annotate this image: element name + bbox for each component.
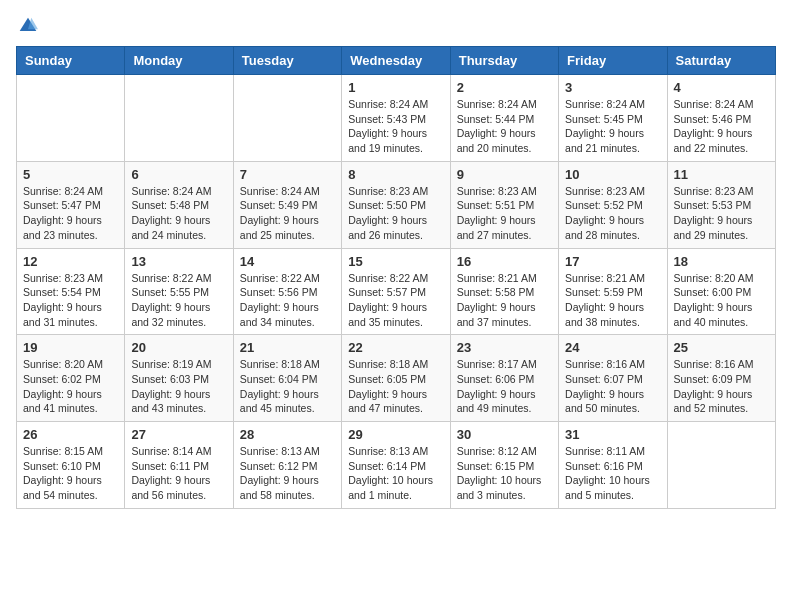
day-number: 27	[131, 427, 226, 442]
calendar-cell: 9Sunrise: 8:23 AM Sunset: 5:51 PM Daylig…	[450, 161, 558, 248]
weekday-header-thursday: Thursday	[450, 47, 558, 75]
day-number: 2	[457, 80, 552, 95]
calendar-cell: 31Sunrise: 8:11 AM Sunset: 6:16 PM Dayli…	[559, 422, 667, 509]
day-number: 26	[23, 427, 118, 442]
calendar-cell: 20Sunrise: 8:19 AM Sunset: 6:03 PM Dayli…	[125, 335, 233, 422]
calendar-cell: 10Sunrise: 8:23 AM Sunset: 5:52 PM Dayli…	[559, 161, 667, 248]
page-header	[16, 16, 776, 36]
day-number: 21	[240, 340, 335, 355]
weekday-header-wednesday: Wednesday	[342, 47, 450, 75]
calendar-cell: 15Sunrise: 8:22 AM Sunset: 5:57 PM Dayli…	[342, 248, 450, 335]
calendar-header: SundayMondayTuesdayWednesdayThursdayFrid…	[17, 47, 776, 75]
day-number: 25	[674, 340, 769, 355]
calendar-cell: 26Sunrise: 8:15 AM Sunset: 6:10 PM Dayli…	[17, 422, 125, 509]
day-info: Sunrise: 8:22 AM Sunset: 5:55 PM Dayligh…	[131, 271, 226, 330]
calendar-cell: 30Sunrise: 8:12 AM Sunset: 6:15 PM Dayli…	[450, 422, 558, 509]
day-number: 31	[565, 427, 660, 442]
calendar-table: SundayMondayTuesdayWednesdayThursdayFrid…	[16, 46, 776, 509]
day-info: Sunrise: 8:23 AM Sunset: 5:51 PM Dayligh…	[457, 184, 552, 243]
day-info: Sunrise: 8:18 AM Sunset: 6:04 PM Dayligh…	[240, 357, 335, 416]
day-info: Sunrise: 8:14 AM Sunset: 6:11 PM Dayligh…	[131, 444, 226, 503]
logo	[16, 16, 38, 36]
calendar-cell	[233, 75, 341, 162]
day-info: Sunrise: 8:24 AM Sunset: 5:46 PM Dayligh…	[674, 97, 769, 156]
day-info: Sunrise: 8:12 AM Sunset: 6:15 PM Dayligh…	[457, 444, 552, 503]
calendar-cell: 5Sunrise: 8:24 AM Sunset: 5:47 PM Daylig…	[17, 161, 125, 248]
day-info: Sunrise: 8:24 AM Sunset: 5:45 PM Dayligh…	[565, 97, 660, 156]
day-info: Sunrise: 8:23 AM Sunset: 5:50 PM Dayligh…	[348, 184, 443, 243]
calendar-cell: 13Sunrise: 8:22 AM Sunset: 5:55 PM Dayli…	[125, 248, 233, 335]
day-info: Sunrise: 8:18 AM Sunset: 6:05 PM Dayligh…	[348, 357, 443, 416]
day-number: 6	[131, 167, 226, 182]
calendar-cell: 18Sunrise: 8:20 AM Sunset: 6:00 PM Dayli…	[667, 248, 775, 335]
calendar-cell: 17Sunrise: 8:21 AM Sunset: 5:59 PM Dayli…	[559, 248, 667, 335]
day-info: Sunrise: 8:17 AM Sunset: 6:06 PM Dayligh…	[457, 357, 552, 416]
day-number: 19	[23, 340, 118, 355]
calendar-cell: 16Sunrise: 8:21 AM Sunset: 5:58 PM Dayli…	[450, 248, 558, 335]
calendar-cell: 25Sunrise: 8:16 AM Sunset: 6:09 PM Dayli…	[667, 335, 775, 422]
day-number: 24	[565, 340, 660, 355]
calendar-cell: 27Sunrise: 8:14 AM Sunset: 6:11 PM Dayli…	[125, 422, 233, 509]
day-info: Sunrise: 8:16 AM Sunset: 6:07 PM Dayligh…	[565, 357, 660, 416]
day-info: Sunrise: 8:20 AM Sunset: 6:02 PM Dayligh…	[23, 357, 118, 416]
day-number: 22	[348, 340, 443, 355]
day-number: 10	[565, 167, 660, 182]
day-number: 11	[674, 167, 769, 182]
day-info: Sunrise: 8:24 AM Sunset: 5:49 PM Dayligh…	[240, 184, 335, 243]
day-number: 1	[348, 80, 443, 95]
day-number: 15	[348, 254, 443, 269]
calendar-cell: 1Sunrise: 8:24 AM Sunset: 5:43 PM Daylig…	[342, 75, 450, 162]
weekday-header-friday: Friday	[559, 47, 667, 75]
day-number: 12	[23, 254, 118, 269]
calendar-cell: 19Sunrise: 8:20 AM Sunset: 6:02 PM Dayli…	[17, 335, 125, 422]
calendar-week-2: 5Sunrise: 8:24 AM Sunset: 5:47 PM Daylig…	[17, 161, 776, 248]
day-info: Sunrise: 8:11 AM Sunset: 6:16 PM Dayligh…	[565, 444, 660, 503]
day-number: 8	[348, 167, 443, 182]
day-info: Sunrise: 8:22 AM Sunset: 5:56 PM Dayligh…	[240, 271, 335, 330]
day-number: 5	[23, 167, 118, 182]
day-info: Sunrise: 8:21 AM Sunset: 5:59 PM Dayligh…	[565, 271, 660, 330]
day-info: Sunrise: 8:13 AM Sunset: 6:12 PM Dayligh…	[240, 444, 335, 503]
day-info: Sunrise: 8:24 AM Sunset: 5:48 PM Dayligh…	[131, 184, 226, 243]
day-info: Sunrise: 8:24 AM Sunset: 5:47 PM Dayligh…	[23, 184, 118, 243]
calendar-cell: 21Sunrise: 8:18 AM Sunset: 6:04 PM Dayli…	[233, 335, 341, 422]
logo-icon	[18, 16, 38, 36]
calendar-cell: 8Sunrise: 8:23 AM Sunset: 5:50 PM Daylig…	[342, 161, 450, 248]
day-number: 7	[240, 167, 335, 182]
calendar-cell	[125, 75, 233, 162]
calendar-cell: 6Sunrise: 8:24 AM Sunset: 5:48 PM Daylig…	[125, 161, 233, 248]
day-info: Sunrise: 8:23 AM Sunset: 5:54 PM Dayligh…	[23, 271, 118, 330]
calendar-cell: 14Sunrise: 8:22 AM Sunset: 5:56 PM Dayli…	[233, 248, 341, 335]
calendar-cell: 2Sunrise: 8:24 AM Sunset: 5:44 PM Daylig…	[450, 75, 558, 162]
day-number: 30	[457, 427, 552, 442]
day-number: 16	[457, 254, 552, 269]
day-info: Sunrise: 8:16 AM Sunset: 6:09 PM Dayligh…	[674, 357, 769, 416]
calendar-cell	[667, 422, 775, 509]
day-number: 4	[674, 80, 769, 95]
weekday-header-monday: Monday	[125, 47, 233, 75]
day-number: 3	[565, 80, 660, 95]
day-number: 13	[131, 254, 226, 269]
day-number: 29	[348, 427, 443, 442]
day-info: Sunrise: 8:23 AM Sunset: 5:53 PM Dayligh…	[674, 184, 769, 243]
calendar-cell: 3Sunrise: 8:24 AM Sunset: 5:45 PM Daylig…	[559, 75, 667, 162]
weekday-header-row: SundayMondayTuesdayWednesdayThursdayFrid…	[17, 47, 776, 75]
calendar-cell: 28Sunrise: 8:13 AM Sunset: 6:12 PM Dayli…	[233, 422, 341, 509]
day-number: 20	[131, 340, 226, 355]
day-number: 14	[240, 254, 335, 269]
weekday-header-saturday: Saturday	[667, 47, 775, 75]
day-info: Sunrise: 8:24 AM Sunset: 5:43 PM Dayligh…	[348, 97, 443, 156]
calendar-week-1: 1Sunrise: 8:24 AM Sunset: 5:43 PM Daylig…	[17, 75, 776, 162]
day-info: Sunrise: 8:23 AM Sunset: 5:52 PM Dayligh…	[565, 184, 660, 243]
day-number: 28	[240, 427, 335, 442]
calendar-cell	[17, 75, 125, 162]
calendar-cell: 11Sunrise: 8:23 AM Sunset: 5:53 PM Dayli…	[667, 161, 775, 248]
weekday-header-tuesday: Tuesday	[233, 47, 341, 75]
day-info: Sunrise: 8:13 AM Sunset: 6:14 PM Dayligh…	[348, 444, 443, 503]
calendar-cell: 24Sunrise: 8:16 AM Sunset: 6:07 PM Dayli…	[559, 335, 667, 422]
calendar-week-4: 19Sunrise: 8:20 AM Sunset: 6:02 PM Dayli…	[17, 335, 776, 422]
day-info: Sunrise: 8:21 AM Sunset: 5:58 PM Dayligh…	[457, 271, 552, 330]
calendar-cell: 12Sunrise: 8:23 AM Sunset: 5:54 PM Dayli…	[17, 248, 125, 335]
calendar-body: 1Sunrise: 8:24 AM Sunset: 5:43 PM Daylig…	[17, 75, 776, 509]
day-info: Sunrise: 8:20 AM Sunset: 6:00 PM Dayligh…	[674, 271, 769, 330]
